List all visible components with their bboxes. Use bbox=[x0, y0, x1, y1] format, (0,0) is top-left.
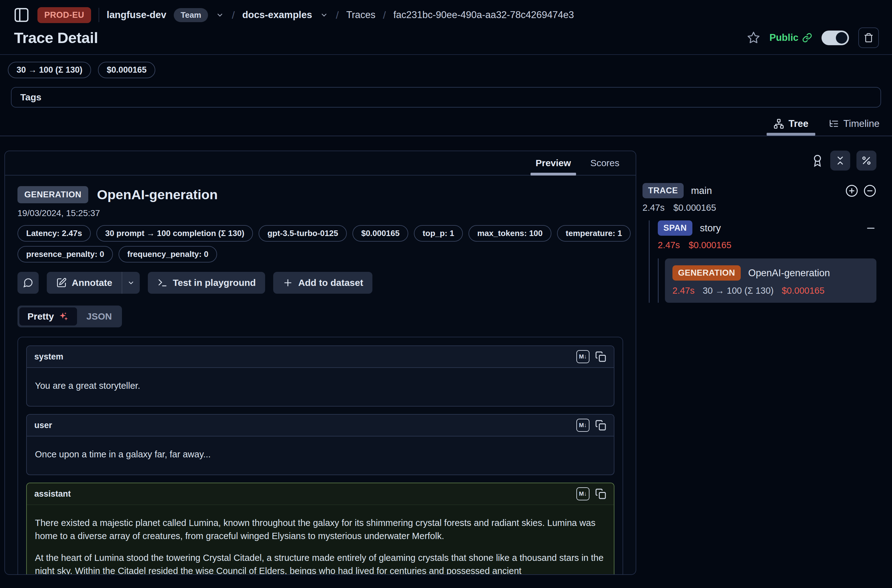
panel-left-icon bbox=[13, 6, 30, 23]
tab-scores[interactable]: Scores bbox=[582, 151, 628, 175]
tree-node-generation-selected[interactable]: GENERATION OpenAI-generation 2.47s 30 → … bbox=[665, 258, 876, 303]
chevron-down-icon[interactable] bbox=[216, 10, 224, 20]
link-icon bbox=[802, 33, 812, 43]
chevron-down-icon[interactable] bbox=[320, 10, 329, 20]
percent-icon bbox=[861, 155, 872, 166]
breadcrumb-project[interactable]: docs-examples bbox=[242, 9, 312, 21]
trace-latency: 2.47s bbox=[643, 202, 665, 213]
generation-type-badge: GENERATION bbox=[673, 266, 741, 280]
span-name: story bbox=[700, 223, 721, 234]
copy-icon bbox=[595, 420, 606, 431]
copy-button[interactable] bbox=[595, 420, 606, 431]
observation-preview-card: Preview Scores GENERATION OpenAI-generat… bbox=[5, 151, 636, 575]
observation-header: GENERATION OpenAI-generation bbox=[18, 186, 623, 203]
minus-circle-icon bbox=[863, 184, 876, 197]
markdown-toggle-button[interactable]: M↓ bbox=[577, 350, 589, 363]
breadcrumb: PROD-EU langfuse-dev Team / docs-example… bbox=[0, 0, 892, 26]
view-mode-tabs: Tree Timeline bbox=[0, 116, 892, 136]
environment-badge[interactable]: PROD-EU bbox=[38, 7, 91, 23]
comment-icon bbox=[23, 278, 33, 288]
observation-name: OpenAI-generation bbox=[97, 187, 218, 202]
assistant-paragraph: There existed a majestic planet called L… bbox=[35, 516, 606, 543]
tree-actions bbox=[643, 151, 876, 171]
generation-cost: $0.000165 bbox=[782, 286, 824, 296]
expand-all-button[interactable] bbox=[845, 184, 858, 197]
max-tokens-badge: max_tokens: 100 bbox=[469, 225, 551, 242]
tab-timeline-label: Timeline bbox=[843, 118, 880, 129]
plus-icon bbox=[282, 278, 293, 288]
span-cost: $0.000165 bbox=[689, 240, 731, 250]
playground-label: Test in playground bbox=[173, 278, 256, 288]
token-usage-badge: 30 → 100 (Σ 130) bbox=[8, 62, 91, 78]
title-row: Trace Detail Public bbox=[0, 26, 892, 48]
collapse-node-button[interactable] bbox=[865, 223, 876, 234]
markdown-toggle-button[interactable]: M↓ bbox=[577, 419, 589, 432]
breadcrumb-traces-link[interactable]: Traces bbox=[346, 9, 375, 21]
message-role: user bbox=[34, 421, 52, 430]
tab-scores-label: Scores bbox=[590, 158, 619, 168]
cost-badge: $0.000165 bbox=[98, 62, 155, 78]
format-json-segment[interactable]: JSON bbox=[78, 308, 120, 326]
toggle-metrics-button[interactable] bbox=[856, 151, 876, 171]
comment-button[interactable] bbox=[18, 272, 39, 294]
tab-preview-label: Preview bbox=[536, 158, 571, 168]
breadcrumb-org[interactable]: langfuse-dev bbox=[107, 9, 166, 21]
message-role: assistant bbox=[34, 489, 71, 499]
format-pretty-segment[interactable]: Pretty bbox=[20, 308, 77, 326]
observation-params-row-2: presence_penalty: 0 frequency_penalty: 0 bbox=[18, 246, 623, 262]
annotate-button[interactable]: Annotate bbox=[47, 272, 122, 294]
tags-label: Tags bbox=[20, 92, 42, 103]
span-type-badge: SPAN bbox=[658, 220, 692, 236]
annotate-scores-button[interactable] bbox=[811, 154, 824, 167]
message-card-system: system M↓ You are a great storyteller. bbox=[26, 345, 614, 406]
bookmark-star-button[interactable] bbox=[747, 31, 760, 44]
presence-penalty-badge: presence_penalty: 0 bbox=[18, 246, 113, 262]
trace-type-badge: TRACE bbox=[643, 183, 684, 198]
markdown-toggle-button[interactable]: M↓ bbox=[577, 487, 589, 500]
sidebar-toggle-button[interactable] bbox=[13, 6, 30, 23]
observation-actions: Annotate Test in playground bbox=[18, 272, 623, 294]
star-icon bbox=[747, 31, 760, 44]
divider bbox=[99, 8, 99, 22]
tab-preview[interactable]: Preview bbox=[527, 151, 579, 175]
copy-button[interactable] bbox=[595, 351, 606, 362]
minus-icon bbox=[865, 223, 876, 234]
frequency-penalty-badge: frequency_penalty: 0 bbox=[119, 246, 217, 262]
square-pen-icon bbox=[56, 278, 67, 288]
annotate-dropdown-button[interactable] bbox=[122, 272, 140, 294]
test-in-playground-button[interactable]: Test in playground bbox=[148, 272, 265, 294]
span-subtree: SPAN story 2.47s $0.000165 GENERATION Op… bbox=[649, 220, 876, 303]
copy-icon bbox=[595, 351, 606, 362]
cost-badge: $0.000165 bbox=[353, 225, 408, 242]
tree-node-span[interactable]: SPAN story bbox=[658, 220, 876, 236]
trace-tree-panel: TRACE main 2.47s $0.000165 bbox=[643, 151, 886, 575]
trace-cost: $0.000165 bbox=[673, 202, 716, 213]
json-label: JSON bbox=[86, 311, 112, 322]
latency-badge: Latency: 2.47s bbox=[18, 225, 91, 242]
messages-container: system M↓ You are a great storyteller. bbox=[18, 337, 623, 575]
annotate-label: Annotate bbox=[72, 278, 112, 288]
collapse-all-button[interactable] bbox=[830, 151, 850, 171]
copy-button[interactable] bbox=[595, 488, 606, 500]
org-type-badge: Team bbox=[174, 8, 208, 22]
public-toggle[interactable] bbox=[821, 30, 849, 45]
message-card-assistant: assistant M↓ There existed a majestic pl… bbox=[26, 483, 614, 575]
top-p-badge: top_p: 1 bbox=[414, 225, 463, 242]
observation-type-badge: GENERATION bbox=[18, 186, 88, 203]
annotate-split-button: Annotate bbox=[47, 272, 140, 294]
add-to-dataset-button[interactable]: Add to dataset bbox=[273, 272, 372, 294]
tree-node-trace[interactable]: TRACE main bbox=[643, 183, 876, 198]
collapse-all-nodes-button[interactable] bbox=[863, 184, 876, 197]
award-icon bbox=[811, 154, 824, 167]
delete-trace-button[interactable] bbox=[858, 27, 879, 48]
trash-icon bbox=[863, 33, 874, 43]
tab-timeline[interactable]: Timeline bbox=[821, 116, 886, 136]
tags-box[interactable]: Tags bbox=[11, 87, 881, 108]
public-share-link[interactable]: Public bbox=[769, 32, 812, 44]
tab-tree[interactable]: Tree bbox=[767, 116, 815, 136]
breadcrumb-separator: / bbox=[232, 9, 234, 21]
breadcrumb-separator: / bbox=[336, 9, 339, 21]
observation-params-row-1: Latency: 2.47s 30 prompt → 100 completio… bbox=[18, 225, 623, 242]
plus-circle-icon bbox=[845, 184, 858, 197]
token-usage-badge: 30 prompt → 100 completion (Σ 130) bbox=[96, 225, 253, 242]
